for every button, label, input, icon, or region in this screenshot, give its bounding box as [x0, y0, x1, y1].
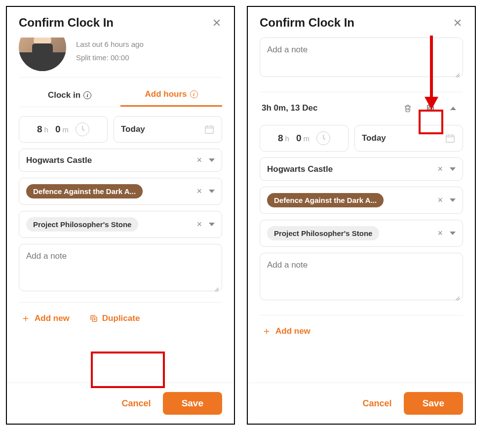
svg-rect-0: [205, 126, 214, 134]
cancel-button[interactable]: Cancel: [119, 393, 154, 414]
dialog-header: Confirm Clock In: [7, 7, 234, 38]
activity-select[interactable]: Defence Against the Dark A... ×: [260, 187, 463, 214]
chevron-down-icon[interactable]: [209, 223, 215, 226]
duplicate-icon: [89, 314, 98, 323]
clear-icon[interactable]: ×: [437, 228, 443, 238]
last-out-text: Last out 6 hours ago: [76, 38, 144, 51]
chevron-up-icon: [450, 107, 456, 110]
project-value: Project Philosopher's Stone: [26, 217, 138, 232]
chevron-down-icon[interactable]: [209, 158, 215, 162]
location-value: Hogwarts Castle: [267, 164, 333, 174]
plus-icon: ＋: [262, 324, 271, 338]
tabs: Clock in i Add hours i: [19, 81, 222, 107]
minutes-value: 0: [55, 124, 61, 135]
tab-add-hours[interactable]: Add hours i: [120, 81, 222, 107]
dialog-title: Confirm Clock In: [260, 16, 354, 30]
resize-handle-icon[interactable]: [213, 285, 219, 291]
avatar: [19, 38, 66, 71]
svg-rect-3: [446, 135, 455, 143]
info-icon: i: [83, 91, 91, 99]
tab-add-hours-label: Add hours: [145, 89, 187, 99]
clear-icon[interactable]: ×: [437, 195, 443, 205]
collapse-button[interactable]: [444, 99, 462, 117]
add-new-button[interactable]: ＋ Add new: [262, 324, 310, 338]
clear-icon[interactable]: ×: [437, 164, 443, 174]
date-label: Today: [121, 124, 145, 134]
dialog-header: Confirm Clock In: [248, 7, 475, 38]
clock-icon: [316, 131, 330, 145]
svg-marker-5: [425, 97, 438, 110]
info-icon: i: [190, 90, 198, 98]
note-input[interactable]: [260, 253, 463, 300]
hours-value: 8: [37, 124, 42, 135]
activity-value: Defence Against the Dark A...: [26, 184, 143, 198]
minutes-unit: m: [304, 134, 310, 143]
minutes-value: 0: [296, 133, 302, 144]
add-new-label: Add new: [35, 314, 70, 323]
resize-handle-icon[interactable]: [454, 71, 460, 77]
hours-value: 8: [278, 133, 283, 144]
note-input[interactable]: [19, 244, 222, 291]
plus-icon: ＋: [21, 312, 31, 325]
entry-summary: 3h 0m, 13 Dec: [262, 103, 317, 113]
cancel-button[interactable]: Cancel: [360, 393, 395, 414]
annotation-arrow-icon: [422, 36, 441, 110]
project-select[interactable]: Project Philosopher's Stone ×: [19, 211, 222, 238]
tab-clock-in-label: Clock in: [48, 90, 80, 100]
duplicate-button[interactable]: Duplicate: [89, 314, 140, 323]
location-select[interactable]: Hogwarts Castle ×: [19, 149, 222, 172]
project-select[interactable]: Project Philosopher's Stone ×: [260, 220, 463, 247]
resize-handle-icon[interactable]: [454, 294, 460, 300]
dialog-right: Confirm Clock In 3h 0m, 13 Dec: [247, 6, 476, 425]
chevron-down-icon[interactable]: [209, 190, 215, 193]
date-input[interactable]: Today: [114, 116, 222, 143]
clear-icon[interactable]: ×: [196, 219, 202, 230]
activity-select[interactable]: Defence Against the Dark A... ×: [19, 178, 222, 205]
chevron-down-icon[interactable]: [450, 198, 456, 202]
minutes-unit: m: [63, 125, 69, 134]
clear-icon[interactable]: ×: [196, 186, 202, 196]
clear-icon[interactable]: ×: [196, 155, 202, 165]
dialog-footer: Cancel Save: [248, 383, 475, 424]
close-icon[interactable]: [452, 17, 463, 28]
activity-value: Defence Against the Dark A...: [267, 193, 384, 207]
hours-unit: h: [285, 134, 289, 143]
employee-summary: Last out 6 hours ago Split time: 00:00: [19, 38, 222, 78]
delete-button[interactable]: [399, 99, 417, 117]
save-button[interactable]: Save: [404, 392, 463, 415]
dialog-footer: Cancel Save: [7, 383, 234, 424]
chevron-down-icon[interactable]: [450, 167, 456, 171]
split-time-text: Split time: 00:00: [76, 51, 144, 64]
duplicate-label: Duplicate: [102, 314, 140, 323]
duration-input[interactable]: 8 h 0 m: [260, 125, 349, 152]
calendar-icon: [445, 133, 456, 144]
hours-unit: h: [44, 125, 48, 134]
add-new-label: Add new: [275, 326, 310, 336]
date-label: Today: [362, 133, 386, 143]
dialog-title: Confirm Clock In: [19, 16, 114, 30]
chevron-down-icon[interactable]: [450, 232, 456, 235]
tab-clock-in[interactable]: Clock in i: [19, 81, 120, 107]
clock-icon: [76, 122, 89, 136]
save-button[interactable]: Save: [163, 392, 222, 415]
location-value: Hogwarts Castle: [26, 156, 92, 165]
close-icon[interactable]: [211, 17, 222, 28]
project-value: Project Philosopher's Stone: [267, 226, 379, 240]
trash-icon: [403, 103, 412, 113]
date-input[interactable]: Today: [354, 125, 463, 152]
add-new-button[interactable]: ＋ Add new: [21, 312, 70, 325]
dialog-left: Confirm Clock In Last out 6 hours ago Sp…: [6, 6, 235, 425]
duration-input[interactable]: 8 h 0 m: [19, 116, 108, 143]
calendar-icon: [204, 124, 215, 135]
location-select[interactable]: Hogwarts Castle ×: [260, 157, 463, 181]
